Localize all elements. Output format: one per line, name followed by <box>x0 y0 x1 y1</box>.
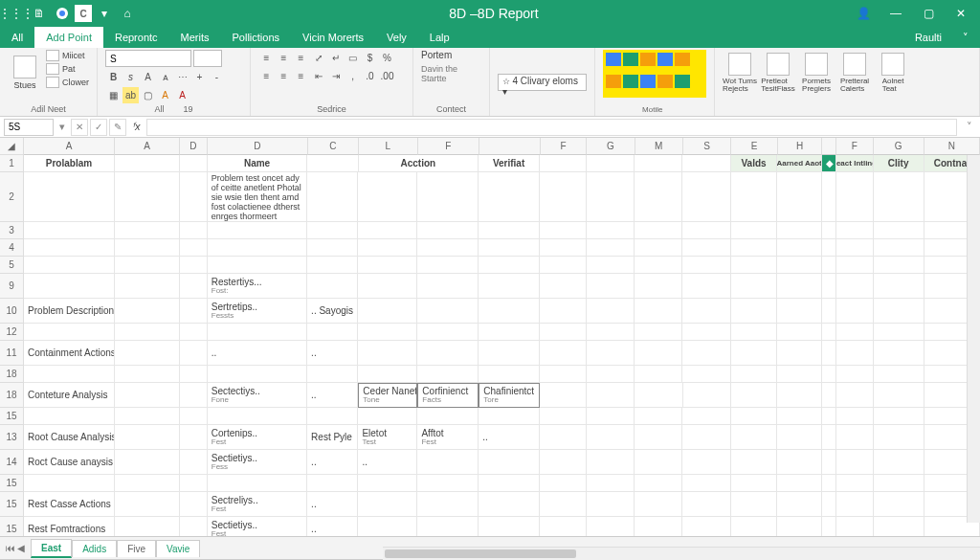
table-row[interactable]: 13Root Cause AnalysisCortenips..FestRest… <box>0 425 980 450</box>
col-header[interactable]: F <box>836 138 874 155</box>
cell[interactable]: CorfinienctFacts <box>417 383 479 408</box>
cell[interactable] <box>479 450 540 475</box>
dropdown-icon[interactable]: ▾ <box>94 4 115 23</box>
col-header[interactable]: E <box>731 138 777 155</box>
font-color-button[interactable]: A <box>174 87 190 103</box>
cell[interactable] <box>635 257 682 274</box>
cell[interactable] <box>731 341 777 366</box>
cell[interactable] <box>822 425 836 450</box>
ribbon-tool-button[interactable]: Wot TumsRejects <box>723 50 757 96</box>
col-header[interactable]: A <box>24 138 115 155</box>
cell[interactable] <box>180 257 208 274</box>
cell[interactable] <box>540 299 586 324</box>
italic-button[interactable]: s <box>122 69 139 85</box>
tab-pollictions[interactable]: Pollictions <box>221 27 292 48</box>
cell[interactable] <box>208 257 307 274</box>
table-row[interactable]: 18 <box>0 366 980 383</box>
cell[interactable] <box>540 274 586 299</box>
cell[interactable] <box>731 257 777 274</box>
cell[interactable] <box>115 450 180 475</box>
cell[interactable] <box>24 172 115 222</box>
cell[interactable] <box>115 299 180 324</box>
cell[interactable]: Restertiys...Fost: <box>208 274 307 299</box>
cell[interactable] <box>115 222 180 239</box>
cell[interactable] <box>180 517 208 536</box>
cell[interactable] <box>307 239 358 257</box>
cell[interactable] <box>479 492 540 517</box>
col-header[interactable] <box>479 138 541 155</box>
cell[interactable] <box>635 425 682 450</box>
col-header[interactable]: S <box>683 138 731 155</box>
cell[interactable] <box>587 408 635 425</box>
cell[interactable] <box>836 274 874 299</box>
cell[interactable] <box>874 517 924 536</box>
cell[interactable] <box>540 475 586 492</box>
cell[interactable] <box>540 239 586 257</box>
cell[interactable]: Roct Cause anaysis <box>24 450 115 475</box>
cell[interactable]: Valds <box>731 155 778 172</box>
shape-icon[interactable] <box>640 53 656 66</box>
shape-icon[interactable] <box>657 53 673 66</box>
cell[interactable] <box>115 492 180 517</box>
font-minus-icon[interactable]: - <box>209 69 225 85</box>
cell[interactable] <box>777 383 822 408</box>
function-icon[interactable]: ✎ <box>109 119 126 136</box>
cell[interactable] <box>682 475 730 492</box>
cell[interactable]: Sectietiys..Fess <box>208 450 307 475</box>
table-row[interactable]: 2Problem test oncet ady of ceitte anetle… <box>0 172 980 222</box>
cell[interactable] <box>358 172 417 222</box>
cell[interactable] <box>682 239 730 257</box>
cell[interactable] <box>115 155 180 172</box>
cell[interactable] <box>115 475 180 492</box>
cell[interactable] <box>822 222 836 239</box>
cell[interactable] <box>731 366 777 383</box>
cell[interactable] <box>208 475 307 492</box>
align-bot-icon[interactable]: ≡ <box>293 50 309 66</box>
col-header[interactable]: F <box>541 138 587 155</box>
table-row[interactable]: 5 <box>0 257 980 274</box>
cell[interactable] <box>358 274 417 299</box>
cell[interactable]: ◆ <box>822 155 836 172</box>
cell[interactable] <box>479 324 540 341</box>
cell[interactable] <box>731 450 777 475</box>
cell[interactable]: Ceder NanetTone <box>358 383 417 408</box>
cell[interactable] <box>307 155 358 172</box>
cell[interactable] <box>417 366 479 383</box>
cell[interactable] <box>358 475 417 492</box>
tab-add-point[interactable]: Add Point <box>34 27 103 48</box>
expand-formula-icon[interactable]: ˅ <box>963 121 976 133</box>
cell[interactable] <box>682 517 730 536</box>
cell[interactable] <box>417 450 479 475</box>
shape-icon[interactable] <box>606 75 621 88</box>
namebox-dropdown-icon[interactable]: ▾ <box>59 121 65 133</box>
cell[interactable]: Feact Intling <box>836 155 874 172</box>
cell[interactable] <box>358 492 417 517</box>
cell[interactable] <box>358 222 417 239</box>
cell[interactable] <box>417 517 479 536</box>
row-number[interactable]: 18 <box>0 366 24 383</box>
cell[interactable] <box>822 492 836 517</box>
table-row[interactable]: 3 <box>0 222 980 239</box>
cell[interactable]: Cortenips..Fest <box>208 425 307 450</box>
cell[interactable] <box>836 239 874 257</box>
cell[interactable] <box>180 366 208 383</box>
cell[interactable]: ChafinientctTore <box>479 383 540 408</box>
cell[interactable] <box>822 299 836 324</box>
cell[interactable] <box>208 366 307 383</box>
cell[interactable] <box>417 408 479 425</box>
cell[interactable] <box>822 475 836 492</box>
cell[interactable] <box>540 450 586 475</box>
cell[interactable] <box>822 324 836 341</box>
cell[interactable] <box>115 408 180 425</box>
cell[interactable] <box>24 222 115 239</box>
cell[interactable] <box>874 257 924 274</box>
cell[interactable] <box>731 274 777 299</box>
align-center-icon[interactable]: ≡ <box>276 68 292 84</box>
table-row[interactable]: 12 <box>0 324 980 341</box>
shapes-gallery[interactable] <box>603 50 706 98</box>
highlight-button[interactable]: ab <box>122 87 139 103</box>
cell[interactable] <box>635 341 682 366</box>
cell[interactable] <box>682 257 730 274</box>
cell[interactable] <box>822 408 836 425</box>
table-row[interactable]: 9Restertiys...Fost: <box>0 274 980 299</box>
